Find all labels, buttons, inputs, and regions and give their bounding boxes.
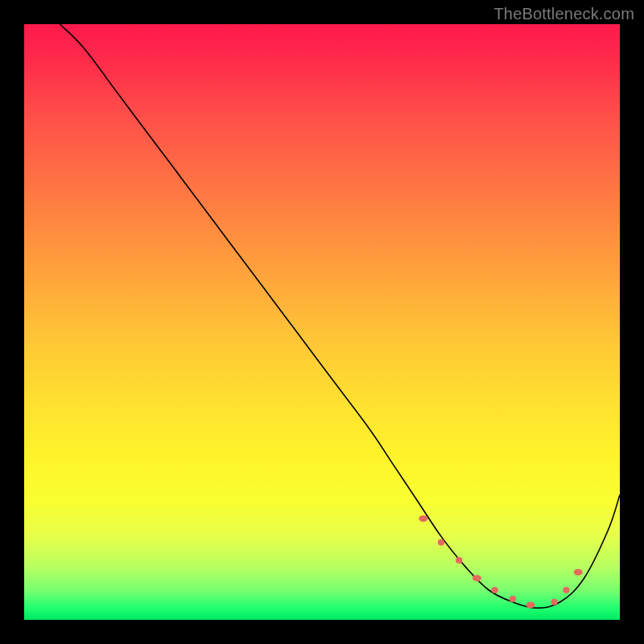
series-layer — [24, 24, 620, 620]
marker-dot — [456, 557, 462, 564]
bottleneck-curve — [60, 24, 620, 608]
marker-dot — [574, 569, 583, 576]
marker-dot — [510, 596, 516, 602]
marker-dot — [473, 575, 481, 581]
marker-dot — [438, 539, 444, 546]
marker-dot — [491, 587, 497, 593]
marker-dot — [551, 599, 557, 605]
chart-frame: TheBottleneck.com — [0, 0, 644, 644]
plot-area — [24, 24, 620, 620]
watermark-text: TheBottleneck.com — [493, 5, 634, 23]
marker-dot — [526, 602, 535, 609]
marker-dot — [419, 515, 427, 522]
marker-dot — [563, 587, 569, 593]
optimal-range-markers — [419, 515, 582, 608]
